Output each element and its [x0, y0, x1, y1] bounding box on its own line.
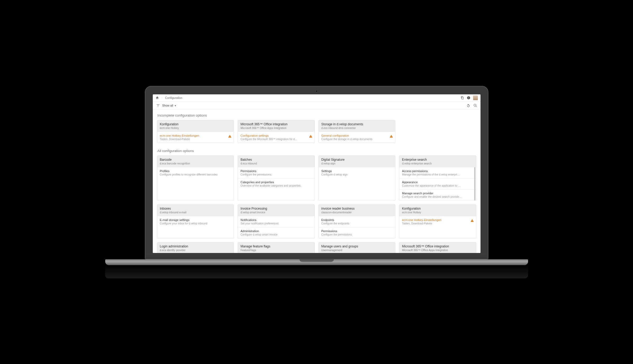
filter-label[interactable]: Show all: [162, 104, 173, 107]
svg-rect-1: [468, 98, 469, 99]
chevron-down-icon[interactable]: ▾: [175, 104, 176, 107]
card-subtitle: d.velop enterprise search: [402, 162, 473, 165]
card-header[interactable]: Enterprise searchd.velop enterprise sear…: [399, 156, 476, 167]
card-item-subtitle: Configure the storage in d.velop documen…: [321, 138, 393, 141]
card-item-title: General configuration: [321, 134, 393, 137]
card-item[interactable]: NotificationsSet your notification prefe…: [238, 216, 315, 227]
laptop-base: [105, 259, 528, 265]
card-item-subtitle: Set your notification preferences.: [241, 222, 312, 225]
card-item-subtitle: Configure your inbox for d.velop inbound: [160, 222, 231, 225]
section-title-all: All configuration options: [158, 149, 476, 153]
card-subtitle: d.velop smart invoice: [241, 211, 312, 214]
card-header[interactable]: Manage feature flagsFeatureFlags: [238, 242, 315, 253]
card-subtitle: d.velop sign: [321, 162, 393, 165]
card-title: Digital Signature: [321, 158, 393, 162]
avatar[interactable]: [473, 95, 478, 100]
config-card: Login administrationd.ecs identity provi…: [157, 242, 234, 253]
card-item[interactable]: AppearanceCustomize the appearance of th…: [399, 178, 476, 189]
card-subtitle: FeatureFlags: [241, 249, 312, 252]
card-item[interactable]: ecm:one Hotkey-EinstellungenTasten, Down…: [399, 216, 476, 227]
svg-rect-2: [468, 97, 469, 97]
search-icon[interactable]: [473, 103, 478, 108]
card-item[interactable]: AdministrationConfigure d.velop smart in…: [238, 227, 315, 238]
content-area: Incomplete configuration options Konfigu…: [153, 110, 480, 253]
card-item[interactable]: EndpointsConfigure the endpoints: [319, 216, 395, 227]
card-title: Microsoft 365™ Office integration: [402, 245, 473, 248]
card-item[interactable]: PermissionsConfigure the permissions.: [238, 167, 315, 178]
config-card: Enterprise searchd.velop enterprise sear…: [399, 155, 476, 201]
card-header[interactable]: Konfigurationecm:one Hotkey: [399, 205, 476, 216]
reflection: [105, 265, 528, 278]
card-item[interactable]: General configurationConfigure the stora…: [319, 132, 395, 143]
card-header[interactable]: Storage in d.velop documentsd.ecs inboun…: [319, 120, 395, 132]
filter-icon[interactable]: [155, 103, 161, 108]
incomplete-grid: Konfigurationecm:one Hotkeyecm:one Hotke…: [157, 120, 476, 143]
card-item-subtitle: Configure d.velop sign: [321, 173, 393, 176]
card-header[interactable]: Microsoft 365™ Office integrationMicroso…: [238, 120, 315, 132]
card-subtitle: d.velop inbound e-mail: [160, 211, 231, 214]
header-bar: › Configuration: [153, 94, 480, 102]
card-title: Microsoft 365™ Office integration: [241, 122, 312, 126]
card-header[interactable]: Batchesd.ecs inbound: [238, 156, 315, 167]
card-item[interactable]: PermissionsConfigure the permissions: [319, 227, 395, 238]
card-item-subtitle: Configure and enable the desired search …: [402, 195, 473, 198]
scrollbar[interactable]: [474, 167, 475, 200]
card-subtitle: Usermanagement: [321, 249, 393, 252]
card-item-title: Endpoints: [321, 218, 393, 222]
card-subtitle: d.ecs identity provider: [160, 249, 231, 252]
card-item[interactable]: Manage search providerConfigure and enab…: [399, 189, 476, 200]
card-item[interactable]: SettingsConfigure d.velop sign: [319, 167, 395, 178]
card-subtitle: ecm:one Hotkey: [402, 211, 473, 214]
card-item-title: ecm:one Hotkey-Einstellungen: [402, 218, 473, 222]
card-header[interactable]: Manage users and groupsUsermanagement: [319, 242, 395, 253]
card-item-title: Categories and properties: [241, 181, 312, 184]
card-header[interactable]: Login administrationd.ecs identity provi…: [157, 242, 234, 253]
card-item-subtitle: Customize the appearance of the applicat…: [402, 184, 473, 187]
card-title: Invoice Processing: [241, 207, 312, 210]
card-subtitle: ecm:one Hotkey: [160, 127, 231, 130]
card-item-title: Profiles: [160, 169, 231, 173]
warning-icon: [309, 135, 312, 138]
config-card: Manage feature flagsFeatureFlags: [238, 242, 315, 253]
card-title: invoice reader business: [321, 207, 393, 210]
card-item-title: Permissions: [321, 229, 393, 233]
card-item-title: Configuration settings: [241, 134, 312, 137]
card-item-subtitle: Tasten, Download-Pakete: [160, 138, 231, 141]
warning-icon: [390, 135, 393, 138]
card-item[interactable]: Access permissionsManage the permissions…: [399, 167, 476, 178]
card-header[interactable]: Barcoded.ecs barcode recognition: [157, 156, 234, 167]
card-item[interactable]: Categories and propertiesOverview of the…: [238, 178, 315, 189]
card-title: Manage feature flags: [241, 245, 312, 248]
card-item-title: Notifications: [241, 218, 312, 222]
card-item-subtitle: Configure the Microsoft 365™ integration…: [241, 138, 312, 141]
card-item[interactable]: Configuration settingsConfigure the Micr…: [238, 132, 315, 143]
card-title: Storage in d.velop documents: [321, 122, 393, 126]
card-item-subtitle: Manage the permissions of the d.velop en…: [402, 173, 473, 176]
card-header[interactable]: Microsoft 365™ Office integrationMicroso…: [399, 242, 476, 253]
card-header[interactable]: Invoice Processingd.velop smart invoice: [238, 205, 315, 216]
warning-icon: [470, 219, 474, 222]
card-header[interactable]: Konfigurationecm:one Hotkey: [157, 120, 234, 132]
breadcrumb[interactable]: Configuration: [165, 96, 182, 99]
camera-dot: [316, 90, 318, 92]
card-item[interactable]: ProfilesConfigure profiles to recognize …: [157, 167, 234, 178]
card-item-subtitle: Configure profiles to recognize differen…: [160, 173, 231, 176]
screen-bezel: › Configuration Show all ▾: [145, 86, 488, 259]
info-icon[interactable]: [467, 96, 470, 100]
card-header[interactable]: Inboxesd.velop inbound e-mail: [157, 205, 234, 216]
card-header[interactable]: invoice reader businessclasscon-document…: [319, 205, 395, 216]
card-item-title: E-mail storage settings: [160, 218, 231, 222]
new-window-icon[interactable]: [460, 96, 464, 100]
card-item[interactable]: E-mail storage settingsConfigure your in…: [157, 216, 234, 227]
config-card: Microsoft 365™ Office integrationMicroso…: [399, 242, 476, 253]
card-item-subtitle: Configure the permissions.: [241, 173, 312, 176]
refresh-icon[interactable]: [466, 103, 471, 108]
breadcrumb-separator: ›: [162, 96, 163, 99]
home-icon[interactable]: [155, 96, 159, 100]
card-item-subtitle: Tasten, Download-Pakete: [402, 222, 473, 225]
card-item[interactable]: ecm:one Hotkey-EinstellungenTasten, Down…: [157, 132, 234, 143]
card-subtitle: classcon-documentreader: [321, 211, 393, 214]
filter-bar: Show all ▾: [153, 102, 480, 110]
card-header[interactable]: Digital Signatured.velop sign: [319, 156, 395, 167]
all-grid: Barcoded.ecs barcode recognitionProfiles…: [157, 155, 476, 253]
